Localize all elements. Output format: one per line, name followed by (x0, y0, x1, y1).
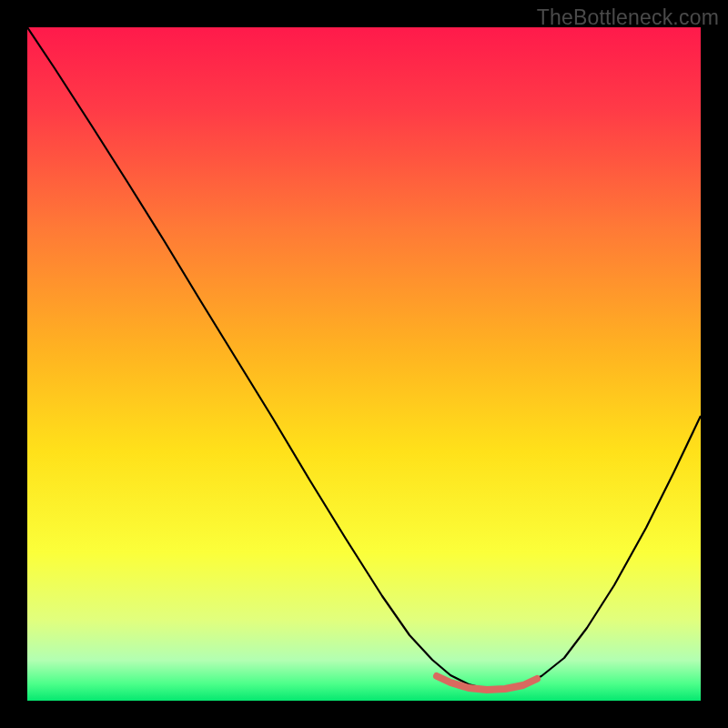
watermark-text: TheBottleneck.com (537, 5, 719, 30)
chart-frame: TheBottleneck.com (0, 0, 728, 728)
plot-area (27, 27, 701, 701)
optimal-marker (27, 27, 701, 701)
